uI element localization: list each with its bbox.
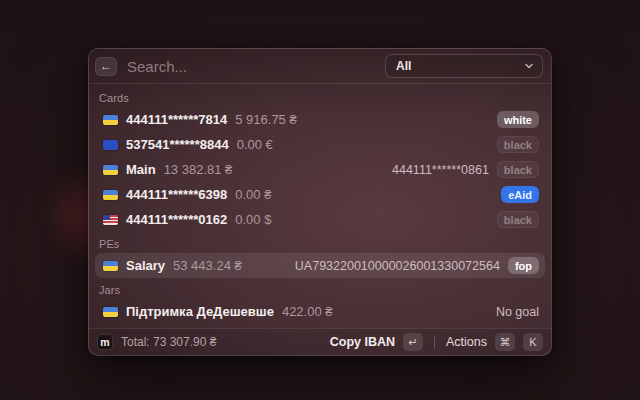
footer-bar: m Total: 73 307.90 ₴ Copy IBAN ↵ Actions… <box>89 328 551 355</box>
flag-eu-icon <box>103 140 118 150</box>
card-type-badge: fop <box>508 257 539 274</box>
flag-us-icon <box>103 215 118 225</box>
search-bar: ← All <box>89 49 551 84</box>
flag-canton <box>103 215 110 220</box>
section-header: PEs <box>95 232 545 253</box>
account-title: Main <box>126 162 156 177</box>
account-title: Salary <box>126 258 165 273</box>
list-item[interactable]: Підтримка ДеДешевше422.00 ₴No goal <box>95 299 545 324</box>
section-header: Cards <box>95 86 545 107</box>
list-item[interactable]: 444111******63980.00 ₴eAid <box>95 182 545 207</box>
filter-dropdown[interactable]: All <box>385 54 543 78</box>
account-balance: 53 443.24 ₴ <box>173 258 242 273</box>
account-accessory: 444111******0861 <box>392 163 489 177</box>
list-item[interactable]: Main13 382.81 ₴444111******0861black <box>95 157 545 182</box>
account-title: 444111******0162 <box>126 212 227 227</box>
account-accessory: UA793220010000026001330072564 <box>295 259 500 273</box>
chevron-down-icon <box>524 61 534 71</box>
actions-button[interactable]: Actions <box>446 335 487 349</box>
back-button[interactable]: ← <box>95 57 117 76</box>
list-item[interactable]: 444111******01620.00 $black <box>95 207 545 232</box>
total-balance: Total: 73 307.90 ₴ <box>121 335 216 349</box>
cmd-key-icon: ⌘ <box>495 333 515 351</box>
account-balance: 13 382.81 ₴ <box>164 162 233 177</box>
card-type-badge: black <box>497 161 539 178</box>
section-header: Jars <box>95 278 545 299</box>
launcher-window: ← All Cards444111******78145 916.75 ₴whi… <box>88 48 552 356</box>
results-list: Cards444111******78145 916.75 ₴white5375… <box>89 84 551 328</box>
k-key-icon: K <box>523 333 543 351</box>
card-type-badge: white <box>497 111 539 128</box>
account-title: Підтримка ДеДешевше <box>126 304 274 319</box>
card-type-badge: eAid <box>501 186 539 203</box>
account-title: 444111******7814 <box>126 112 227 127</box>
logo-letter: m <box>100 336 109 348</box>
account-balance: 0.00 $ <box>235 212 271 227</box>
account-title: 444111******6398 <box>126 187 227 202</box>
account-balance: 5 916.75 ₴ <box>235 112 296 127</box>
card-type-badge: black <box>497 136 539 153</box>
account-balance: 0.00 € <box>237 137 273 152</box>
monobank-logo-icon: m <box>97 334 113 350</box>
account-accessory: No goal <box>496 305 539 319</box>
footer-divider <box>434 336 435 349</box>
filter-selected-value: All <box>396 59 524 73</box>
flag-ua-icon <box>103 115 118 125</box>
list-item[interactable]: 537541******88440.00 €black <box>95 132 545 157</box>
search-input[interactable] <box>127 58 375 75</box>
account-title: 537541******8844 <box>126 137 229 152</box>
flag-ua-icon <box>103 190 118 200</box>
account-balance: 422.00 ₴ <box>282 304 333 319</box>
flag-ua-icon <box>103 307 118 317</box>
list-item[interactable]: Salary53 443.24 ₴UA793220010000026001330… <box>95 253 545 278</box>
flag-ua-icon <box>103 165 118 175</box>
back-arrow-icon: ← <box>100 59 112 73</box>
flag-ua-icon <box>103 261 118 271</box>
enter-key-icon: ↵ <box>403 333 423 351</box>
list-item[interactable]: 444111******78145 916.75 ₴white <box>95 107 545 132</box>
card-type-badge: black <box>497 211 539 228</box>
copy-iban-button[interactable]: Copy IBAN <box>330 335 395 349</box>
account-balance: 0.00 ₴ <box>235 187 271 202</box>
